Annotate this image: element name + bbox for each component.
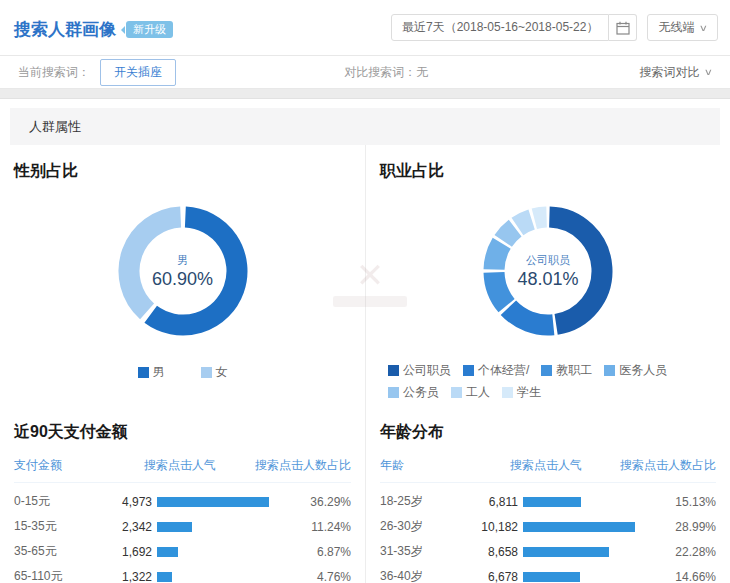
row-percent: 6.87%: [287, 545, 351, 559]
column-header: 搜索点击人数占比: [606, 457, 716, 474]
row-bar: [523, 572, 580, 582]
row-label: 31-35岁: [380, 543, 470, 560]
legend-swatch: [388, 387, 399, 398]
row-bar: [157, 497, 269, 507]
legend-item-女[interactable]: 女: [201, 364, 228, 381]
age-table-title: 年龄分布: [380, 422, 716, 443]
donut-slice-男: [150, 217, 236, 325]
row-value: 10,182: [470, 520, 518, 534]
occupation-donut-chart: 公司职员 48.01%: [473, 196, 623, 350]
row-bar: [523, 522, 635, 532]
legend-item-个体经营/[interactable]: 个体经营/: [463, 362, 529, 379]
row-value: 4,973: [104, 495, 152, 509]
legend-swatch: [388, 365, 399, 376]
legend-swatch: [502, 387, 513, 398]
row-label: 0-15元: [14, 493, 104, 510]
row-bar-track: [157, 522, 287, 532]
row-bar-track: [157, 572, 287, 582]
column-header: 年龄: [380, 457, 470, 474]
table-row: 0-15元4,97336.29%: [14, 489, 351, 514]
row-bar-track: [157, 497, 287, 507]
row-bar: [157, 572, 172, 582]
gender-legend: 男女: [14, 364, 351, 381]
calendar-icon: [616, 21, 630, 35]
row-percent: 36.29%: [287, 495, 351, 509]
calendar-button[interactable]: [609, 14, 637, 41]
gender-donut-chart: 男 60.90%: [108, 196, 258, 350]
legend-item-医务人员[interactable]: 医务人员: [604, 362, 667, 379]
current-keyword-label: 当前搜索词：: [18, 64, 90, 81]
age-table-body: 18-25岁6,81115.13%26-30岁10,18228.99%31-35…: [380, 489, 716, 583]
keyword-compare-label: 搜索词对比: [639, 64, 699, 81]
page-header: 搜索人群画像新升级 最近7天（2018-05-16~2018-05-22） 无线…: [0, 0, 730, 55]
legend-label: 女: [216, 364, 228, 381]
row-label: 65-110元: [14, 568, 104, 583]
payment-table-header: 支付金额 搜索点击人气 搜索点击人数占比: [14, 457, 351, 483]
keyword-compare-dropdown[interactable]: 搜索词对比 ∨: [639, 64, 712, 81]
gender-panel: 性别占比 男 60.90% 男女: [0, 145, 365, 406]
row-label: 15-35元: [14, 518, 104, 535]
row-percent: 22.28%: [652, 545, 716, 559]
column-header: 搜索点击人数占比: [241, 457, 351, 474]
row-bar: [523, 497, 581, 507]
page-divider: [0, 89, 730, 99]
current-keyword-button[interactable]: 开关插座: [100, 59, 176, 86]
legend-label: 公务员: [403, 384, 439, 401]
legend-label: 教职工: [556, 362, 592, 379]
row-label: 18-25岁: [380, 493, 470, 510]
donut-slice-公务员: [503, 228, 515, 241]
table-row: 35-65元1,6926.87%: [14, 539, 351, 564]
row-value: 8,658: [470, 545, 518, 559]
legend-item-男[interactable]: 男: [138, 364, 165, 381]
column-header: 搜索点击人气: [470, 457, 606, 474]
date-range-button[interactable]: 最近7天（2018-05-16~2018-05-22）: [391, 14, 609, 41]
filter-bar: 当前搜索词： 开关插座 对比搜索词：无 搜索词对比 ∨: [0, 55, 730, 89]
legend-item-教职工[interactable]: 教职工: [541, 362, 592, 379]
row-bar-track: [157, 547, 287, 557]
occupation-chart-title: 职业占比: [380, 161, 716, 182]
legend-label: 个体经营/: [478, 362, 529, 379]
channel-select[interactable]: 无线端 ∨: [647, 14, 718, 41]
occupation-legend: 公司职员个体经营/教职工医务人员公务员工人学生: [388, 362, 708, 406]
column-header: 支付金额: [14, 457, 104, 474]
row-bar: [523, 547, 609, 557]
row-label: 26-30岁: [380, 518, 470, 535]
row-value: 1,322: [104, 570, 152, 583]
donut-slice-教职工: [494, 272, 507, 305]
row-value: 6,811: [470, 495, 518, 509]
legend-item-工人[interactable]: 工人: [451, 384, 490, 401]
row-percent: 4.76%: [287, 570, 351, 583]
row-value: 1,692: [104, 545, 152, 559]
row-percent: 28.99%: [652, 520, 716, 534]
legend-swatch: [604, 365, 615, 376]
row-bar: [157, 547, 178, 557]
legend-swatch: [201, 367, 212, 378]
table-row: 26-30岁10,18228.99%: [380, 514, 716, 539]
gender-chart-title: 性别占比: [14, 161, 351, 182]
legend-label: 公司职员: [403, 362, 451, 379]
donut-slice-工人: [517, 220, 531, 227]
row-bar-track: [523, 497, 652, 507]
legend-label: 医务人员: [619, 362, 667, 379]
payment-table-title: 近90天支付金额: [14, 422, 351, 443]
age-table-panel: 年龄分布 年龄 搜索点击人气 搜索点击人数占比 18-25岁6,81115.13…: [365, 406, 730, 583]
table-row: 18-25岁6,81115.13%: [380, 489, 716, 514]
row-percent: 14.66%: [652, 570, 716, 583]
table-row: 65-110元1,3224.76%: [14, 564, 351, 583]
row-percent: 11.24%: [287, 520, 351, 534]
row-bar-track: [523, 522, 652, 532]
row-bar: [157, 522, 192, 532]
page-title: 搜索人群画像: [14, 18, 116, 41]
legend-item-公务员[interactable]: 公务员: [388, 384, 439, 401]
legend-item-学生[interactable]: 学生: [502, 384, 541, 401]
row-label: 36-40岁: [380, 568, 470, 583]
legend-item-公司职员[interactable]: 公司职员: [388, 362, 451, 379]
chevron-down-icon: ∨: [699, 23, 708, 33]
donut-slice-女: [129, 217, 181, 311]
donut-slice-个体经营/: [508, 308, 553, 325]
age-table-header: 年龄 搜索点击人气 搜索点击人数占比: [380, 457, 716, 483]
date-range-label: 最近7天（2018-05-16~2018-05-22）: [402, 19, 598, 36]
occupation-panel: 职业占比 公司职员 48.01% 公司职员个体经营/教职工医务人员公务员工人学生: [365, 145, 730, 406]
section-title-crowd-attributes: 人群属性: [10, 108, 720, 145]
column-header: 搜索点击人气: [104, 457, 241, 474]
